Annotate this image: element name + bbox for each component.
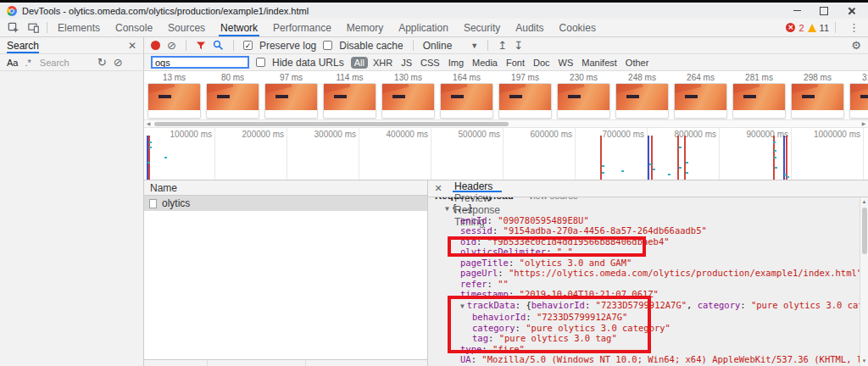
filmstrip-scrollbar[interactable]: ◀ ▶ [144,119,868,128]
preserve-log-label[interactable]: Preserve log [259,40,316,52]
filmstrip-frame[interactable]: 315 ms [849,73,868,119]
scroll-up-icon[interactable]: ▲ [860,198,868,206]
record-button[interactable] [151,41,160,50]
tab-network[interactable]: Network [213,19,265,36]
filter-pill-other[interactable]: Other [622,57,653,69]
details-scrollbar[interactable]: ▲ ▼ [860,197,868,366]
search-input[interactable] [38,57,91,69]
export-har-icon[interactable]: ↧ [514,40,523,51]
scroll-right-icon[interactable]: ▶ [860,120,868,127]
more-options-menu[interactable]: ⋮ [842,21,866,34]
timeline-dot [602,165,604,167]
search-pane-tab[interactable]: Search [7,37,39,53]
filmstrip-frame[interactable]: 248 ms [615,73,669,119]
json-value: "090780595489E8U" [498,215,588,225]
timeline-overview[interactable]: 100000 ms200000 ms300000 ms400000 ms5000… [144,128,868,180]
scrollbar-thumb[interactable] [154,122,509,126]
thumbnail-image [675,84,726,110]
filter-icon[interactable] [196,41,206,51]
filmstrip-frame[interactable]: 281 ms [732,73,786,119]
scrollbar-thumb[interactable] [862,208,867,254]
filmstrip-frame[interactable]: 197 ms [498,73,552,119]
filter-pill-doc[interactable]: Doc [530,57,554,69]
hide-data-urls-checkbox[interactable] [256,58,265,67]
timeline-dot [775,167,777,169]
toolbar-row-3: Aa .* ↻ ⊘ Hide data URLs AllXHRJSCSSImgM… [0,54,868,71]
network-filter-input[interactable] [151,56,249,69]
import-har-icon[interactable]: ↥ [498,40,507,51]
refresh-icon[interactable]: ↻ [97,57,107,68]
minimize-button[interactable] [783,3,810,19]
filter-pill-ws[interactable]: WS [555,57,577,69]
tab-security[interactable]: Security [456,19,508,36]
tab-memory[interactable]: Memory [339,19,391,36]
filmstrip-frame[interactable]: 114 ms [323,73,376,119]
json-preview-segment: : [585,300,596,310]
filter-pill-media[interactable]: Media [469,57,501,69]
search-icon[interactable] [213,40,224,51]
timeline-dot [679,147,682,148]
thumbnail-image [148,84,200,110]
tab-application[interactable]: Application [391,19,456,36]
regex-button[interactable]: .* [25,58,31,68]
filter-pill-img[interactable]: Img [445,57,467,69]
clear-icon[interactable]: ⊘ [167,40,176,51]
disable-cache-checkbox[interactable] [323,41,332,50]
tab-performance[interactable]: Performance [265,19,339,36]
close-button[interactable] [837,3,865,19]
json-preview-segment: , [687,300,698,310]
preserve-log-checkbox[interactable] [243,41,253,50]
filmstrip-frame[interactable]: 130 ms [381,73,435,119]
match-case-button[interactable]: Aa [7,58,18,68]
request-row-olytics[interactable]: olytics [144,196,427,211]
warning-count[interactable]: 11 [820,23,829,33]
timeline-tick-label: 1000000 ms [814,130,860,139]
frame-timestamp: 264 ms [674,73,727,83]
inspect-element-button[interactable] [3,19,24,36]
filter-pill-font[interactable]: Font [503,57,528,69]
filmstrip-frame[interactable]: 164 ms [440,73,493,119]
tab-audits[interactable]: Audits [508,19,551,36]
filmstrip-frame[interactable]: 80 ms [206,73,259,119]
hide-data-urls-label[interactable]: Hide data URLs [272,57,344,69]
expand-arrow-icon[interactable]: ▼ [460,302,465,310]
tab-cookies[interactable]: Cookies [552,19,604,36]
filmstrip-frame[interactable]: 264 ms [674,73,727,119]
json-key: behaviorId [472,312,526,322]
scroll-left-icon[interactable]: ◀ [144,120,153,127]
filter-pill-all[interactable]: All [351,57,368,69]
details-close-icon[interactable]: ✕ [430,180,447,197]
tab-sources[interactable]: Sources [160,19,213,36]
filmstrip-frame[interactable]: 230 ms [557,73,610,119]
clear-search-icon[interactable]: ⊘ [114,57,123,68]
json-line: ▼trackData: {behaviorId: "7233D5799912A7… [428,300,860,313]
details-tab-headers[interactable]: Headers [447,180,508,192]
timeline-dot [679,167,682,169]
filter-pill-js[interactable]: JS [398,57,415,69]
scroll-down-icon[interactable]: ▼ [860,358,868,365]
disable-cache-label[interactable]: Disable cache [339,40,403,52]
error-count[interactable]: 2 [798,23,804,33]
filter-pill-xhr[interactable]: XHR [370,57,396,69]
device-toolbar-button[interactable] [24,19,44,36]
filmstrip-frame[interactable]: 13 ms [147,73,201,119]
tab-elements[interactable]: Elements [50,19,108,36]
throttling-select[interactable]: Online [423,40,453,52]
view-source-link[interactable]: view source [529,197,578,201]
json-line: tag: "pure olytics 3.0 tag" [428,333,860,344]
filter-pill-manifest[interactable]: Manifest [578,57,620,69]
json-value: "pure olytics 3.0 category" [526,323,670,333]
maximize-button[interactable] [810,3,837,19]
warning-icon [808,24,816,32]
inspect-cursor-icon [8,22,19,34]
name-column-header[interactable]: Name [144,180,427,196]
request-details-pane: ✕ HeadersPreviewResponseTiming Request P… [428,180,868,366]
expand-arrow-icon[interactable]: ▼ [445,205,449,213]
error-icon: ✕ [786,23,795,32]
search-pane-close-icon[interactable]: ✕ [128,40,136,52]
filmstrip-frame[interactable]: 298 ms [791,73,844,119]
gear-icon[interactable]: ⚙ [851,39,861,52]
filmstrip-frame[interactable]: 97 ms [264,73,318,119]
filter-pill-css[interactable]: CSS [417,57,443,69]
tab-console[interactable]: Console [108,19,160,36]
